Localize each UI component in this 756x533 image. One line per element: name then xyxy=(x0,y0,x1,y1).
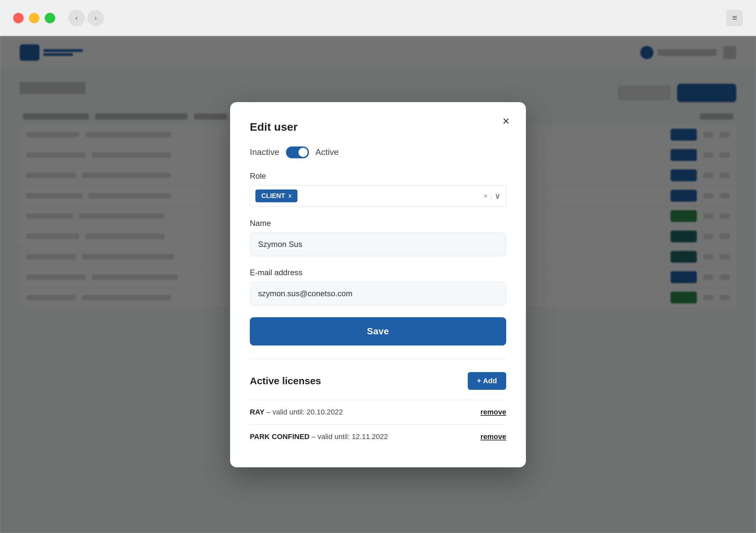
license-info: RAY – valid until: 20.10.2022 xyxy=(250,408,343,417)
name-field-group: Name xyxy=(250,219,506,256)
role-tag-remove[interactable]: x xyxy=(288,192,291,199)
license-row: RAY – valid until: 20.10.2022 remove xyxy=(250,400,506,424)
role-tag-client[interactable]: CLIENT x xyxy=(256,190,297,202)
license-valid: – valid until: 12.11.2022 xyxy=(311,433,388,441)
chevron-down-icon[interactable]: ∨ xyxy=(495,191,500,201)
inactive-label: Inactive xyxy=(250,147,280,157)
add-license-button[interactable]: + Add xyxy=(468,372,506,390)
license-row: PARK CONFINED – valid until: 12.11.2022 … xyxy=(250,424,506,449)
active-label: Active xyxy=(315,147,339,157)
status-toggle-row: Inactive Active xyxy=(250,146,506,158)
maximize-window-button[interactable] xyxy=(45,13,55,23)
role-tag-label: CLIENT xyxy=(261,192,285,200)
name-input[interactable] xyxy=(250,233,506,256)
close-modal-button[interactable]: × xyxy=(502,115,509,127)
modal-overlay[interactable]: × Edit user Inactive Active Role CLIENT … xyxy=(0,36,756,533)
modal-divider xyxy=(250,359,506,359)
modal-title: Edit user xyxy=(250,120,506,133)
license-info: PARK CONFINED – valid until: 12.11.2022 xyxy=(250,433,388,441)
close-window-button[interactable] xyxy=(13,13,24,23)
license-valid: – valid until: 20.10.2022 xyxy=(267,408,343,416)
back-button[interactable]: ‹ xyxy=(68,10,85,26)
email-input[interactable] xyxy=(250,282,506,305)
role-select-divider xyxy=(491,191,491,201)
licenses-title: Active licenses xyxy=(250,375,321,387)
forward-button[interactable]: › xyxy=(88,10,104,26)
role-field-group: Role CLIENT x × ∨ xyxy=(250,171,506,207)
license-name: RAY xyxy=(250,408,264,416)
remove-license-button[interactable]: remove xyxy=(480,408,506,417)
email-label: E-mail address xyxy=(250,268,506,277)
email-field-group: E-mail address xyxy=(250,268,506,305)
browser-nav: ‹ › xyxy=(68,10,104,26)
licenses-header: Active licenses + Add xyxy=(250,372,506,390)
license-name: PARK CONFINED xyxy=(250,433,310,441)
traffic-lights xyxy=(13,13,55,23)
role-label: Role xyxy=(250,171,506,181)
role-select[interactable]: CLIENT x × ∨ xyxy=(250,185,506,207)
active-toggle[interactable] xyxy=(286,146,309,158)
save-button[interactable]: Save xyxy=(250,317,506,345)
name-label: Name xyxy=(250,219,506,228)
browser-chrome: ‹ › ≡ xyxy=(0,0,756,36)
remove-license-button[interactable]: remove xyxy=(480,433,506,441)
browser-menu-button[interactable]: ≡ xyxy=(726,10,743,26)
hamburger-icon: ≡ xyxy=(732,13,737,23)
toggle-thumb xyxy=(298,148,308,157)
role-clear-icon[interactable]: × xyxy=(483,191,488,201)
minimize-window-button[interactable] xyxy=(29,13,40,23)
licenses-list: RAY – valid until: 20.10.2022 remove PAR… xyxy=(250,400,506,449)
edit-user-modal: × Edit user Inactive Active Role CLIENT … xyxy=(230,102,526,467)
